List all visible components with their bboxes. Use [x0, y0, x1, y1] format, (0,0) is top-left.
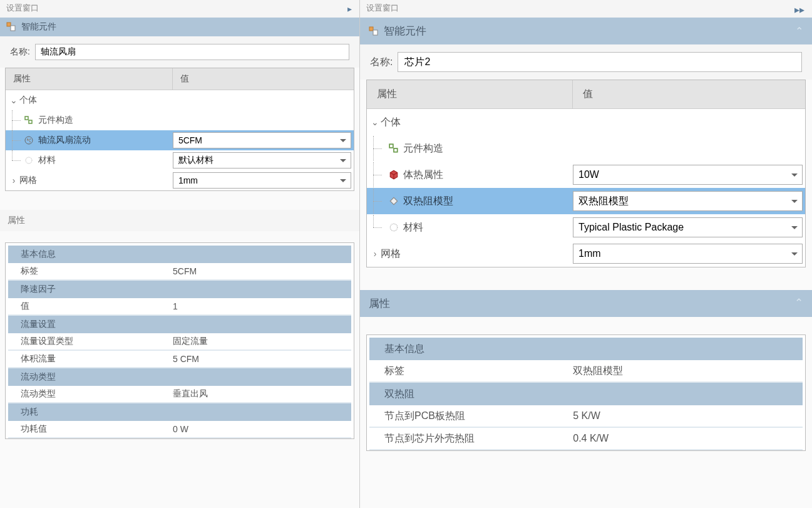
tree-branch-icon [8, 150, 23, 170]
group-derate[interactable]: 降速因子 [8, 281, 351, 298]
two-r-select[interactable] [573, 191, 803, 211]
svg-point-10 [390, 224, 397, 231]
material-icon [388, 222, 399, 233]
svg-rect-1 [11, 26, 15, 31]
chevron-right-icon[interactable]: › [369, 249, 381, 259]
row-label: 个体 [19, 95, 37, 106]
row-label: 网格 [19, 175, 37, 186]
props-table: 基本信息 标签 5CFM 降速因子 值 1 流量设置 流量设置类型 固定流量 体… [5, 242, 354, 439]
tree-row-construct[interactable]: 元件构造 [6, 110, 354, 130]
mesh-select[interactable] [573, 244, 803, 264]
tree-row-thermal[interactable]: 体热属性 [367, 162, 805, 188]
group-label: 流动类型 [21, 371, 56, 383]
section-smart-component[interactable]: 智能元件 ⌃ [360, 18, 812, 44]
name-input[interactable] [398, 52, 802, 72]
prop-row-flowtype[interactable]: 流量设置类型 固定流量 [8, 333, 351, 351]
name-label: 名称: [370, 56, 393, 69]
prop-row-flowkind[interactable]: 流动类型 垂直出风 [8, 386, 351, 403]
panel-title: 设置窗口 ▸ [0, 0, 359, 18]
group-basic[interactable]: 基本信息 [8, 246, 351, 263]
tree-row-mesh[interactable]: › 网格 [6, 170, 354, 190]
header-property[interactable]: 属性 [6, 68, 173, 90]
tree-row-mesh[interactable]: › 网格 [367, 241, 805, 267]
tree-row-material[interactable]: 材料 [6, 150, 354, 170]
chevron-down-icon[interactable]: ⌄ [369, 117, 381, 127]
tree-row-body[interactable]: ⌄ 个体 [367, 109, 805, 135]
thermal-select[interactable] [573, 165, 803, 185]
header-value[interactable]: 值 [173, 68, 354, 90]
prop-val: 5CFM [173, 266, 351, 276]
header-value[interactable]: 值 [573, 80, 805, 108]
props-section: 属性 基本信息 标签 5CFM 降速因子 值 1 流量设置 流量设置类型 固定流… [0, 210, 359, 439]
fanflow-select[interactable] [173, 132, 351, 148]
prop-row-powerval[interactable]: 功耗值 0 W [8, 421, 351, 438]
prop-row-value[interactable]: 值 1 [8, 298, 351, 316]
tree-row-material[interactable]: 材料 [367, 214, 805, 241]
group-two-r[interactable]: 双热阻 [369, 383, 803, 405]
group-flowkind[interactable]: 流动类型 [8, 368, 351, 386]
tree-branch-icon [369, 189, 388, 214]
prop-row-tag[interactable]: 标签 双热阻模型 [369, 360, 803, 383]
prop-key: 标签 [8, 266, 173, 277]
mesh-select[interactable] [173, 172, 351, 189]
chevron-right-icon[interactable]: › [8, 175, 19, 185]
name-input[interactable] [35, 44, 349, 60]
chevron-up-icon[interactable]: ⌃ [794, 296, 803, 309]
prop-row-case[interactable]: 节点到芯片外壳热阻 0.4 K/W [369, 428, 803, 450]
name-label: 名称: [10, 46, 30, 58]
prop-key: 体积流量 [8, 353, 173, 365]
material-icon [23, 155, 34, 166]
tree-row-body[interactable]: ⌄ 个体 [6, 90, 354, 110]
chevron-up-icon[interactable]: ⌃ [795, 25, 803, 37]
prop-val: 1 [173, 301, 351, 311]
tree-branch-icon [369, 215, 388, 240]
svg-rect-9 [394, 148, 398, 152]
panel-title-text: 设置窗口 [366, 3, 399, 13]
row-label: 材料 [403, 221, 423, 234]
prop-row-tag[interactable]: 标签 5CFM [8, 263, 351, 281]
material-select[interactable] [173, 152, 351, 168]
material-value[interactable] [573, 217, 803, 237]
prop-key: 节点到PCB板热阻 [369, 410, 573, 423]
tree-row-construct[interactable]: 元件构造 [367, 135, 805, 162]
prop-key: 节点到芯片外壳热阻 [369, 432, 573, 445]
props-table: 基本信息 标签 双热阻模型 双热阻 节点到PCB板热阻 5 K/W 节点到芯片外… [366, 334, 806, 451]
mesh-value[interactable] [173, 172, 351, 189]
fast-forward-icon[interactable]: ▸▸ [794, 4, 804, 16]
material-select[interactable] [573, 217, 803, 237]
group-flowset[interactable]: 流量设置 [8, 316, 351, 333]
tree-header: 属性 值 [367, 80, 805, 109]
tree-branch-icon [369, 162, 388, 187]
prop-row-volflow[interactable]: 体积流量 5 CFM [8, 351, 351, 368]
group-label: 基本信息 [21, 249, 56, 260]
svg-rect-3 [29, 120, 32, 123]
chevron-down-icon[interactable]: ⌄ [8, 95, 19, 105]
thermal-value[interactable] [573, 165, 803, 185]
group-basic[interactable]: 基本信息 [369, 338, 803, 360]
fanflow-value[interactable] [173, 132, 351, 148]
section-smart-component[interactable]: 智能元件 [0, 18, 359, 36]
svg-rect-6 [369, 27, 373, 31]
expand-right-icon[interactable]: ▸ [347, 4, 352, 14]
prop-row-pcb[interactable]: 节点到PCB板热阻 5 K/W [369, 405, 803, 428]
two-r-value[interactable] [573, 191, 803, 211]
header-property[interactable]: 属性 [367, 80, 573, 108]
name-row: 名称: [0, 36, 359, 68]
props-title-text: 属性 [369, 298, 390, 309]
svg-rect-2 [25, 117, 28, 120]
tree-branch-icon [8, 110, 23, 130]
row-label: 元件构造 [403, 142, 443, 155]
material-value[interactable] [173, 152, 351, 168]
section-label: 智能元件 [384, 24, 426, 38]
prop-key: 流量设置类型 [8, 336, 173, 347]
mesh-value[interactable] [573, 244, 803, 264]
row-label: 轴流风扇流动 [38, 135, 91, 146]
tree-row-fanflow[interactable]: 轴流风扇流动 [6, 130, 354, 150]
tree-row-two-r[interactable]: 双热阻模型 [367, 188, 805, 214]
group-label: 降速因子 [21, 284, 56, 295]
prop-val: 固定流量 [173, 336, 351, 347]
panel-title-text: 设置窗口 [6, 3, 39, 13]
group-power[interactable]: 功耗 [8, 403, 351, 421]
prop-val: 5 K/W [573, 410, 803, 422]
group-label: 基本信息 [384, 343, 424, 356]
